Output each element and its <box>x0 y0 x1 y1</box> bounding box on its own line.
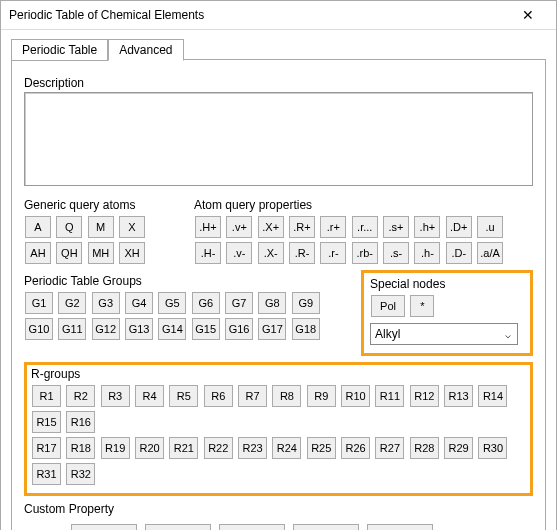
ptg-g6[interactable]: G6 <box>192 292 220 314</box>
aqp-row-2: .H- .v- .X- .R- .r- .rb- .s- .h- .D- .a/… <box>194 240 533 266</box>
ptg-g9[interactable]: G9 <box>292 292 320 314</box>
custom-type-rgroup[interactable]: R-group <box>71 524 137 530</box>
tab-periodic-table[interactable]: Periodic Table <box>11 39 108 61</box>
r29-button[interactable]: R29 <box>444 437 473 459</box>
atom-query-properties-block: Atom query properties .H+ .v+ .X+ .R+ .r… <box>194 192 533 266</box>
custom-property-label: Custom Property <box>24 502 533 516</box>
custom-type-smarts[interactable]: SMARTS <box>293 524 359 530</box>
special-pol-button[interactable]: Pol <box>371 295 405 317</box>
aqp-r-minus-cap[interactable]: .R- <box>289 242 315 264</box>
ptg-g2[interactable]: G2 <box>58 292 86 314</box>
r12-button[interactable]: R12 <box>410 385 439 407</box>
gqa-btn-mh[interactable]: MH <box>88 242 114 264</box>
r24-button[interactable]: R24 <box>272 437 301 459</box>
ptg-g17[interactable]: G17 <box>258 318 286 340</box>
r6-button[interactable]: R6 <box>204 385 233 407</box>
r26-button[interactable]: R26 <box>341 437 370 459</box>
window-title: Periodic Table of Chemical Elements <box>9 8 204 22</box>
ptg-g11[interactable]: G11 <box>58 318 86 340</box>
aqp-h-plus[interactable]: .H+ <box>195 216 221 238</box>
r31-button[interactable]: R31 <box>32 463 61 485</box>
ptg-g15[interactable]: G15 <box>192 318 220 340</box>
gqa-btn-a[interactable]: A <box>25 216 51 238</box>
aqp-r-plus-cap[interactable]: .R+ <box>289 216 315 238</box>
aqp-s-minus[interactable]: .s- <box>383 242 409 264</box>
r2-button[interactable]: R2 <box>66 385 95 407</box>
r11-button[interactable]: R11 <box>375 385 404 407</box>
r8-button[interactable]: R8 <box>272 385 301 407</box>
gqa-btn-xh[interactable]: XH <box>119 242 145 264</box>
ptg-g1[interactable]: G1 <box>25 292 53 314</box>
aqp-d-plus[interactable]: .D+ <box>446 216 472 238</box>
ptg-g16[interactable]: G16 <box>225 318 253 340</box>
aqp-u[interactable]: .u <box>477 216 503 238</box>
gqa-btn-qh[interactable]: QH <box>56 242 82 264</box>
aqp-a-slash-a[interactable]: .a/A <box>477 242 503 264</box>
tab-advanced[interactable]: Advanced <box>108 39 183 61</box>
r21-button[interactable]: R21 <box>169 437 198 459</box>
r19-button[interactable]: R19 <box>101 437 130 459</box>
r28-button[interactable]: R28 <box>410 437 439 459</box>
ptg-g12[interactable]: G12 <box>92 318 120 340</box>
r16-button[interactable]: R16 <box>66 411 95 433</box>
aqp-h-plus-low[interactable]: .h+ <box>414 216 440 238</box>
custom-type-alias[interactable]: Alias <box>145 524 211 530</box>
custom-type-value[interactable]: Value <box>367 524 433 530</box>
ptg-g18[interactable]: G18 <box>292 318 320 340</box>
gqa-btn-q[interactable]: Q <box>56 216 82 238</box>
r3-button[interactable]: R3 <box>101 385 130 407</box>
aqp-h-minus-low[interactable]: .h- <box>414 242 440 264</box>
r4-button[interactable]: R4 <box>135 385 164 407</box>
aqp-r-plus[interactable]: .r+ <box>320 216 346 238</box>
aqp-r-dots[interactable]: .r... <box>352 216 378 238</box>
ptg-g14[interactable]: G14 <box>158 318 186 340</box>
aqp-h-minus[interactable]: .H- <box>195 242 221 264</box>
aqp-v-plus[interactable]: .v+ <box>226 216 252 238</box>
custom-type-pseudo[interactable]: Pseudo <box>219 524 285 530</box>
ptg-g4[interactable]: G4 <box>125 292 153 314</box>
r15-button[interactable]: R15 <box>32 411 61 433</box>
r5-button[interactable]: R5 <box>169 385 198 407</box>
r32-button[interactable]: R32 <box>66 463 95 485</box>
r1-button[interactable]: R1 <box>32 385 61 407</box>
aqp-r-minus[interactable]: .r- <box>320 242 346 264</box>
r23-button[interactable]: R23 <box>238 437 267 459</box>
r18-button[interactable]: R18 <box>66 437 95 459</box>
gqa-label: Generic query atoms <box>24 198 194 212</box>
aqp-v-minus[interactable]: .v- <box>226 242 252 264</box>
ptg-g5[interactable]: G5 <box>158 292 186 314</box>
r22-button[interactable]: R22 <box>204 437 233 459</box>
ptg-g13[interactable]: G13 <box>125 318 153 340</box>
aqp-d-minus[interactable]: .D- <box>446 242 472 264</box>
ptg-g3[interactable]: G3 <box>92 292 120 314</box>
aqp-rb-minus[interactable]: .rb- <box>352 242 378 264</box>
r10-button[interactable]: R10 <box>341 385 370 407</box>
ptg-g8[interactable]: G8 <box>258 292 286 314</box>
r20-button[interactable]: R20 <box>135 437 164 459</box>
tab-panel-advanced: Description Generic query atoms A Q M X … <box>11 59 546 530</box>
special-dropdown-value: Alkyl <box>371 327 499 341</box>
r13-button[interactable]: R13 <box>444 385 473 407</box>
r30-button[interactable]: R30 <box>478 437 507 459</box>
content-area: Periodic Table Advanced Description Gene… <box>1 30 556 530</box>
gqa-btn-m[interactable]: M <box>88 216 114 238</box>
r14-button[interactable]: R14 <box>478 385 507 407</box>
r27-button[interactable]: R27 <box>375 437 404 459</box>
special-star-button[interactable]: * <box>410 295 434 317</box>
special-nodes-buttons: Pol * <box>370 293 524 319</box>
r7-button[interactable]: R7 <box>238 385 267 407</box>
gqa-btn-ah[interactable]: AH <box>25 242 51 264</box>
r9-button[interactable]: R9 <box>307 385 336 407</box>
r25-button[interactable]: R25 <box>307 437 336 459</box>
description-box[interactable] <box>24 92 533 186</box>
aqp-x-plus[interactable]: .X+ <box>258 216 284 238</box>
aqp-s-plus[interactable]: .s+ <box>383 216 409 238</box>
ptg-g10[interactable]: G10 <box>25 318 53 340</box>
special-nodes-dropdown[interactable]: Alkyl ⌵ <box>370 323 518 345</box>
r17-button[interactable]: R17 <box>32 437 61 459</box>
close-icon[interactable]: ✕ <box>508 7 548 23</box>
aqp-x-minus[interactable]: .X- <box>258 242 284 264</box>
gqa-btn-x[interactable]: X <box>119 216 145 238</box>
ptg-g7[interactable]: G7 <box>225 292 253 314</box>
r-groups-label: R-groups <box>31 367 526 381</box>
